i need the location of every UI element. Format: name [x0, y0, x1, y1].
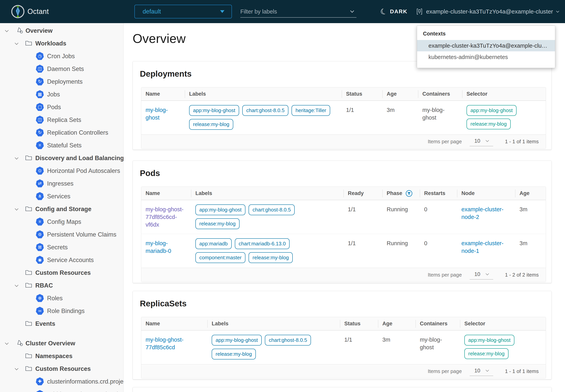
label-pill: app:mariadb [195, 238, 232, 249]
chevron-down-icon[interactable] [15, 283, 18, 287]
table-cell: 0 [420, 234, 457, 268]
sidebar-item-config-and-storage[interactable]: Config and Storage [0, 203, 123, 215]
label-filter-field [240, 6, 357, 18]
folder-icon [25, 205, 32, 212]
table-header-row: NameLabelsReadyPhase RestartsNodeAge [141, 187, 546, 200]
sidebar-item-config-maps[interactable]: ≡Config Maps [0, 215, 123, 228]
table-cell: 3m [515, 234, 546, 268]
chevron-down-icon[interactable] [5, 341, 8, 345]
sidebar-item-label: Daemon Sets [47, 66, 84, 72]
sidebar-item-label: RBAC [35, 282, 53, 289]
sidebar-item-events[interactable]: Events [0, 317, 123, 330]
page-size-select[interactable]: 10 [470, 270, 493, 280]
sidebar-item-horizontal-pod-autoscalers[interactable]: ⊙Horizontal Pod Autoscalers [0, 165, 123, 177]
ingresses-icon: ⇄ [36, 179, 44, 188]
page-size-select[interactable]: 10 [470, 137, 493, 146]
resource-link[interactable]: my-blog-mariadb-0 [146, 240, 171, 254]
sidebar-item-roles[interactable]: ⊕Roles [0, 292, 123, 305]
sidebar-item-pods[interactable]: ▢Pods [0, 101, 123, 113]
sidebar-item-service-accounts[interactable]: ◉Service Accounts [0, 254, 123, 266]
sidebar-item-custom-resources[interactable]: Custom Resources [0, 363, 123, 375]
daemonsets-icon: ◫ [36, 65, 44, 73]
serviceaccounts-icon: ◉ [36, 256, 44, 264]
page-size-select[interactable]: 10 [470, 367, 493, 376]
folder-icon [25, 269, 32, 276]
sidebar-item-deployments[interactable]: ↻Deployments [0, 75, 123, 88]
sidebar-item-secrets[interactable]: ⊠Secrets [0, 241, 123, 254]
sidebar-item-clusterinformations-crd-projec[interactable]: ✚clusterinformations.crd.projec [0, 375, 123, 388]
sidebar-item-daemon-sets[interactable]: ◫Daemon Sets [0, 63, 123, 75]
sidebar-item-role-bindings[interactable]: ∞Role Bindings [0, 305, 123, 317]
sidebar-item-label: Jobs [47, 91, 60, 98]
context-menu-item[interactable]: kubernetes-admin@kubernetes [417, 51, 555, 63]
selector-pill: release:my-blog [464, 348, 508, 359]
cell-text: 1/1 [346, 107, 354, 113]
pagination-range: 1 - 1 of 1 items [505, 139, 539, 145]
sidebar-item-cluster-overview[interactable]: Cluster Overview [0, 337, 123, 350]
folder-icon [25, 282, 32, 289]
label-filter-input[interactable] [240, 8, 357, 15]
labels-cell: app:my-blog-ghostchart:ghost-8.0.5releas… [207, 330, 340, 364]
sidebar-item-label: Workloads [35, 40, 66, 47]
sidebar-item-custom-resources[interactable]: Custom Resources [0, 266, 123, 279]
table-header-row: NameLabelsStatusAgeContainersSelector [141, 317, 546, 330]
resource-link[interactable]: example-cluster-node-2 [461, 206, 503, 220]
dark-theme-toggle[interactable]: ☾ DARK [380, 0, 407, 23]
chevron-down-icon[interactable] [15, 41, 18, 45]
chevron-down-icon[interactable] [15, 156, 18, 159]
sidebar-item-replica-sets[interactable]: ◫Replica Sets [0, 113, 123, 126]
sidebar-item-workloads[interactable]: Workloads [0, 37, 123, 50]
cell-text: my-blog-ghost [422, 107, 445, 121]
sidebar-item-jobs[interactable]: ▦Jobs [0, 88, 123, 101]
column-header-age: Age [515, 187, 546, 200]
pagination-range: 1 - 2 of 2 items [505, 272, 539, 278]
resource-link[interactable]: my-blog-ghost [146, 107, 168, 121]
pagination-range: 1 - 1 of 1 items [505, 368, 539, 374]
sidebar-item-label: Service Accounts [47, 257, 94, 264]
chevron-down-icon[interactable] [15, 207, 18, 210]
card-deployments: DeploymentsNameLabelsStatusAgeContainers… [133, 61, 552, 150]
column-header-labels: Labels [191, 187, 343, 200]
sidebar-item-namespaces[interactable]: Namespaces [0, 350, 123, 363]
sidebar-item-label: Horizontal Pod Autoscalers [47, 167, 120, 174]
contexts-dropdown-title: Contexts [423, 31, 555, 37]
sidebar-item-discovery-and-load-balancing[interactable]: Discovery and Load Balancing [0, 152, 123, 165]
context-menu-item[interactable]: example-cluster-ka3TuTzYo4a@example-clu… [417, 40, 555, 51]
applications-icon [16, 339, 24, 348]
chevron-down-icon[interactable] [5, 28, 8, 32]
sidebar-item-overview[interactable]: Overview [0, 24, 123, 37]
items-per-page-label: Items per page [428, 272, 462, 278]
sidebar-item-label: Custom Resources [35, 269, 91, 276]
column-header-label: Labels [212, 321, 229, 327]
table-cell: 1/1 [343, 234, 382, 268]
services-icon: ⋔ [36, 192, 44, 200]
filter-icon[interactable] [405, 190, 413, 197]
chevron-down-icon[interactable] [15, 366, 18, 370]
label-pill: release:my-blog [249, 252, 293, 263]
sidebar-item-replication-controllers[interactable]: ↻Replication Controllers [0, 126, 123, 139]
table-cell: my-blog-ghost [418, 101, 462, 134]
sidebar-item-label: Overview [26, 27, 53, 34]
resource-link[interactable]: example-cluster-node-1 [461, 240, 503, 254]
crd-icon: ✚ [36, 390, 44, 392]
selector-cell: app:my-blog-ghostrelease:my-blog [462, 101, 546, 134]
folder-icon [25, 154, 32, 162]
resource-link[interactable]: my-blog-ghost-77df85c6cd-vf6dx [146, 206, 183, 228]
statefulsets-icon: ≡ [36, 141, 44, 149]
selector-pill: app:my-blog-ghost [464, 335, 514, 346]
resource-link[interactable]: my-blog-ghost-77df85c6cd [146, 336, 183, 350]
context-selector[interactable]: example-cluster-ka3TuTzYo4a@example-clus… [416, 0, 559, 23]
sidebar-item-csidrivers-csi-storage-k8s-io[interactable]: ✚csidrivers.csi.storage.k8s.io [0, 388, 123, 392]
sidebar-item-ingresses[interactable]: ⇄Ingresses [0, 177, 123, 190]
cell-text: my-blog-ghost [420, 336, 442, 350]
label-pill: chart:ghost-8.0.5 [249, 204, 295, 215]
sidebar-item-persistent-volume-claims[interactable]: ⊜Persistent Volume Claims [0, 228, 123, 241]
sidebar-item-cron-jobs[interactable]: ◷Cron Jobs [0, 50, 123, 63]
sidebar-item-rbac[interactable]: RBAC [0, 279, 123, 292]
label-pill: chart:ghost-8.0.5 [265, 335, 311, 346]
label-pill: release:my-blog [212, 349, 256, 360]
column-header-label: Status [346, 91, 362, 97]
sidebar-item-services[interactable]: ⋔Services [0, 190, 123, 203]
sidebar-item-stateful-sets[interactable]: ≡Stateful Sets [0, 139, 123, 152]
namespace-select[interactable]: default [134, 5, 232, 18]
